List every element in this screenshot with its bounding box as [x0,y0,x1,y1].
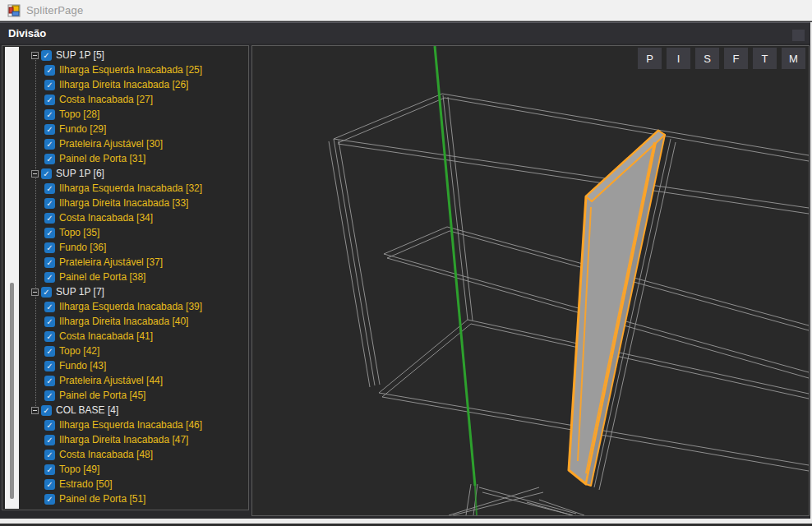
tree-item-row[interactable]: Painel de Porta [45] [19,388,248,403]
item-checkbox[interactable] [44,302,55,312]
tree-item-row[interactable]: Prateleira Ajustável [37] [19,255,248,270]
viewport-3d[interactable]: PISFTM [251,45,810,516]
tree-item-row[interactable]: Ilharga Esquerda Inacabada [39] [19,299,248,314]
tree-item-label: Ilharga Esquerda Inacabada [32] [59,181,202,196]
item-checkbox[interactable] [44,494,55,505]
tree-item-label: Ilharga Direita Inacabada [40] [59,314,188,329]
viewport-button-i[interactable]: I [667,48,690,69]
collapse-icon[interactable] [31,288,39,296]
tree-item-label: Fundo [29] [59,122,106,136]
tree-item-row[interactable]: Costa Inacabada [34] [19,210,248,225]
item-checkbox[interactable] [44,390,55,401]
tree-group-row[interactable]: SUP 1P [5] [19,48,248,62]
tree-item-row[interactable]: Topo [49] [19,462,248,477]
item-checkbox[interactable] [44,228,55,238]
item-checkbox[interactable] [44,435,55,445]
viewport-button-m[interactable]: M [782,48,805,69]
collapse-icon[interactable] [31,170,39,178]
header-collapse-button[interactable] [792,30,805,41]
tree-item-row[interactable]: Ilharga Esquerda Inacabada [32] [19,181,248,196]
tree-item-row[interactable]: Painel de Porta [38] [19,270,248,284]
item-checkbox[interactable] [44,450,55,460]
tree-item-label: Topo [49] [59,462,99,477]
item-checkbox[interactable] [44,65,55,76]
tree-item-label: Estrado [50] [59,477,113,491]
item-checkbox[interactable] [41,50,52,61]
item-checkbox[interactable] [44,420,55,431]
item-checkbox[interactable] [41,287,52,298]
tree-item-row[interactable]: Topo [28] [19,107,248,122]
tree-item-row[interactable]: Fundo [29] [19,122,248,136]
viewport-button-f[interactable]: F [724,48,748,69]
tree-item-label: Topo [28] [59,107,99,122]
tree-item-label: Painel de Porta [45] [59,388,145,403]
collapse-icon[interactable] [31,52,39,59]
tree-group-row[interactable]: SUP 1P [7] [19,284,248,299]
item-checkbox[interactable] [44,124,55,135]
item-checkbox[interactable] [44,139,55,150]
tree-item-label: Costa Inacabada [41] [59,329,153,344]
item-checkbox[interactable] [44,361,55,371]
tree-item-row[interactable]: Fundo [43] [19,358,248,373]
tree-item-row[interactable]: Ilharga Direita Inacabada [47] [19,432,248,447]
item-checkbox[interactable] [44,272,55,283]
titlebar: SpliterPage [0,0,812,21]
item-checkbox[interactable] [41,168,52,179]
item-checkbox[interactable] [41,405,52,416]
selected-door-panel[interactable] [569,131,665,486]
tree-item-row[interactable]: Fundo [36] [19,240,248,255]
reference-line [435,46,475,486]
tree-item-label: COL BASE [4] [56,403,118,418]
tree-item-row[interactable]: Ilharga Direita Inacabada [40] [19,314,248,329]
tree-item-row[interactable]: Ilharga Direita Inacabada [26] [19,77,248,92]
item-checkbox[interactable] [44,257,55,268]
item-checkbox[interactable] [44,242,55,253]
tree-item-row[interactable]: Ilharga Esquerda Inacabada [25] [19,62,248,77]
tree-item-row[interactable]: Estrado [50] [19,477,248,491]
tree-item-row[interactable]: Ilharga Esquerda Inacabada [46] [19,418,248,432]
panel-header: Divisão [0,22,812,44]
item-checkbox[interactable] [44,479,55,490]
tree-item-label: Topo [35] [59,225,99,240]
tree-item-label: Costa Inacabada [27] [59,92,153,107]
parts-tree: SUP 1P [5]Ilharga Esquerda Inacabada [25… [19,48,248,510]
item-checkbox[interactable] [44,95,55,105]
item-checkbox[interactable] [44,109,55,120]
tree-item-row[interactable]: Painel de Porta [31] [19,151,248,166]
tree-item-label: SUP 1P [5] [56,48,104,62]
item-checkbox[interactable] [44,183,55,194]
collapse-icon[interactable] [31,407,39,414]
item-checkbox[interactable] [44,198,55,209]
tree-item-label: Ilharga Direita Inacabada [26] [59,77,188,92]
item-checkbox[interactable] [44,331,55,342]
tree-item-row[interactable]: Topo [35] [19,225,248,240]
item-checkbox[interactable] [44,154,55,164]
tree-item-label: Ilharga Esquerda Inacabada [39] [59,299,202,314]
tree-item-label: Costa Inacabada [34] [59,210,153,225]
tree-scrollbar[interactable] [5,47,19,509]
item-checkbox[interactable] [44,376,55,386]
viewport-toolbar: PISFTM [638,48,805,69]
tree-item-row[interactable]: Costa Inacabada [27] [19,92,248,107]
tree-item-row[interactable]: Costa Inacabada [48] [19,447,248,462]
item-checkbox[interactable] [44,464,55,475]
viewport-button-s[interactable]: S [695,48,719,69]
viewport-button-t[interactable]: T [753,48,777,69]
tree-item-row[interactable]: Costa Inacabada [41] [19,329,248,344]
item-checkbox[interactable] [44,346,55,357]
tree-item-label: Prateleira Ajustável [30] [59,136,163,151]
tree-item-row[interactable]: Ilharga Direita Inacabada [33] [19,196,248,210]
tree-scrollbar-thumb[interactable] [10,283,14,499]
tree-item-row[interactable]: Topo [42] [19,344,248,358]
tree-group-row[interactable]: SUP 1P [6] [19,166,248,181]
tree-item-row[interactable]: Prateleira Ajustável [30] [19,136,248,151]
item-checkbox[interactable] [44,213,55,224]
tree-item-row[interactable]: Prateleira Ajustável [44] [19,373,248,388]
tree-item-row[interactable]: Painel de Porta [51] [19,491,248,506]
tree-group-row[interactable]: COL BASE [4] [19,403,248,418]
tree-item-label: Topo [42] [59,344,99,358]
item-checkbox[interactable] [44,316,55,327]
item-checkbox[interactable] [44,80,55,90]
viewport-button-p[interactable]: P [638,48,662,69]
tree-item-label: Costa Inacabada [48] [59,447,153,462]
